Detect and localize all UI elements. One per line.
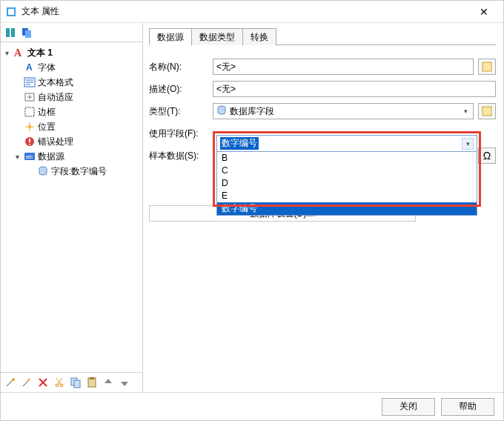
wand-icon[interactable]: [4, 376, 17, 389]
chevron-down-icon: ▾: [460, 105, 471, 117]
type-settings-button[interactable]: [478, 103, 496, 119]
svg-rect-23: [483, 107, 491, 116]
tree-label: 错误处理: [38, 136, 73, 148]
app-icon: [5, 6, 17, 18]
border-icon: [24, 106, 36, 118]
tree-label: 字段:数字编号: [51, 165, 107, 178]
form-area: 名称(N): <无> 描述(O): <无> 类型(T):: [149, 45, 496, 222]
expander-icon[interactable]: ▾: [13, 153, 21, 161]
use-field-selected: 数字编号: [220, 137, 259, 150]
svg-point-14: [12, 378, 15, 381]
error-icon: [24, 136, 36, 147]
dialog-footer: 关闭 帮助: [1, 392, 503, 420]
svg-rect-3: [25, 30, 31, 38]
tree-label: 字体: [38, 62, 56, 74]
dropdown-list[interactable]: B C D E 数字编号: [217, 152, 477, 215]
dropdown-option[interactable]: 数字编号: [217, 202, 477, 215]
tree-item-field[interactable]: 字段:数字编号: [2, 164, 141, 179]
cut-icon[interactable]: [53, 376, 66, 389]
expand-all-icon[interactable]: [4, 26, 17, 39]
move-up-icon[interactable]: [102, 376, 115, 389]
label-type: 类型(T):: [149, 105, 213, 118]
left-bottom-toolbar: [1, 373, 142, 392]
dropdown-option[interactable]: B: [217, 152, 477, 165]
close-button[interactable]: 关闭: [382, 398, 435, 416]
tree-label: 数据源: [38, 150, 64, 163]
svg-text:A: A: [26, 62, 33, 73]
tree-label: 自动适应: [38, 91, 73, 104]
text-format-icon: [24, 76, 36, 88]
window-title: 文本 属性: [21, 5, 469, 18]
tab-transform[interactable]: 转换: [242, 28, 276, 45]
use-field-dropdown[interactable]: 数字编号 ▾ B C D E 数字编号: [216, 135, 477, 216]
font-icon: A: [24, 62, 36, 73]
tree-item-position[interactable]: 位置: [2, 119, 141, 134]
tab-data-source[interactable]: 数据源: [149, 28, 192, 45]
svg-rect-18: [74, 380, 80, 388]
chevron-down-icon: ▾: [462, 138, 474, 150]
copy-icon[interactable]: [20, 26, 33, 39]
omega-button[interactable]: Ω: [478, 147, 496, 164]
name-picker-button[interactable]: [478, 59, 496, 75]
use-field-combo[interactable]: 数字编号 ▾: [217, 136, 477, 152]
svg-rect-21: [483, 62, 491, 71]
desc-input[interactable]: <无>: [213, 81, 496, 97]
tree-item-data-source[interactable]: ▾ ab 数据源: [2, 149, 141, 164]
tree-label: 文本格式: [38, 76, 73, 89]
dropdown-option[interactable]: E: [217, 190, 477, 202]
position-icon: [24, 121, 36, 133]
tree-root-label: 文本 1: [27, 47, 53, 59]
tree-item-border[interactable]: 边框: [2, 105, 141, 119]
svg-rect-1: [8, 9, 14, 15]
window-close-button[interactable]: ✕: [469, 1, 499, 22]
copy-icon[interactable]: [69, 376, 82, 389]
tab-bar: 数据源 数据类型 转换: [149, 27, 496, 45]
right-panel: 数据源 数据类型 转换 名称(N): <无> 描述(O): <无>: [143, 23, 503, 392]
tree-item-font[interactable]: A 字体: [2, 60, 141, 75]
label-desc: 描述(O):: [149, 83, 213, 96]
title-bar: 文本 属性 ✕: [1, 1, 503, 23]
left-top-toolbar: [1, 23, 142, 42]
data-source-icon: ab: [24, 150, 36, 162]
tree-root[interactable]: ▾ A 文本 1: [2, 45, 141, 60]
tree-label: 位置: [38, 121, 56, 133]
delete-icon[interactable]: [36, 376, 50, 389]
dropdown-option[interactable]: D: [217, 177, 477, 190]
tree-item-autofit[interactable]: 自动适应: [2, 90, 141, 105]
autofit-icon: [24, 91, 36, 103]
desc-value: <无>: [216, 83, 236, 96]
label-sample: 样本数据(S):: [149, 150, 213, 162]
name-value: <无>: [216, 61, 236, 73]
label-name: 名称(N):: [149, 61, 213, 73]
database-icon: [216, 105, 227, 118]
left-panel: ▾ A 文本 1 A 字体 文本格式: [1, 23, 143, 392]
type-combo[interactable]: 数据库字段 ▾: [213, 103, 474, 119]
name-input[interactable]: <无>: [213, 59, 474, 75]
expander-icon[interactable]: ▾: [2, 49, 11, 57]
tree-item-text-format[interactable]: 文本格式: [2, 75, 141, 90]
dropdown-option[interactable]: C: [217, 165, 477, 177]
svg-point-9: [28, 125, 31, 128]
tree-item-error-handling[interactable]: 错误处理: [2, 134, 141, 149]
database-icon: [37, 165, 49, 177]
tab-data-type[interactable]: 数据类型: [191, 28, 243, 45]
paste-icon[interactable]: [85, 376, 99, 389]
sparkle-wand-icon[interactable]: [20, 376, 33, 389]
svg-rect-20: [90, 377, 94, 379]
help-button[interactable]: 帮助: [441, 398, 494, 416]
move-down-icon[interactable]: [118, 376, 131, 389]
svg-text:A: A: [14, 47, 22, 59]
svg-rect-8: [25, 107, 34, 116]
text-properties-window: 文本 属性 ✕ ▾ A 文本 1: [0, 0, 504, 421]
label-use-field: 使用字段(F):: [149, 127, 213, 140]
text-object-icon: A: [13, 47, 25, 59]
svg-text:ab: ab: [26, 153, 33, 160]
type-value: 数据库字段: [230, 105, 274, 118]
property-tree[interactable]: ▾ A 文本 1 A 字体 文本格式: [1, 42, 142, 373]
tree-label: 边框: [38, 106, 56, 119]
